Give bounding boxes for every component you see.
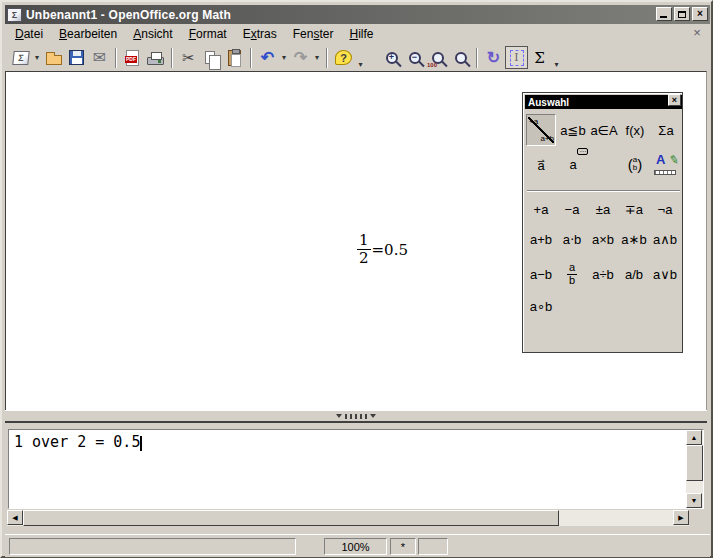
symbol-plusminus-a[interactable]: ±a: [588, 196, 618, 222]
scroll-right-button[interactable]: ▶: [673, 510, 689, 525]
misc-bubble-icon: a ⋯: [569, 157, 576, 172]
splitter-grip[interactable]: [336, 414, 376, 419]
symbol-a-times-b[interactable]: a×b: [588, 226, 618, 252]
menu-ansicht[interactable]: Ansicht: [125, 25, 180, 43]
menu-bearbeiten[interactable]: Bearbeiten: [51, 25, 125, 43]
category-set-operations[interactable]: a∈A: [589, 114, 619, 146]
symbol-plus-a[interactable]: +a: [526, 196, 556, 222]
copy-button[interactable]: [200, 46, 223, 69]
scissors-icon: ✂: [182, 50, 195, 65]
menu-extras[interactable]: Extras: [235, 25, 285, 43]
category-unary-binary-operators[interactable]: +a a+b: [526, 114, 556, 146]
document-close-button[interactable]: ×: [690, 26, 704, 40]
grip-bar: [355, 414, 357, 419]
paste-button[interactable]: [223, 46, 246, 69]
zoom-all-button[interactable]: [449, 46, 472, 69]
undo-button[interactable]: ↶: [256, 46, 279, 69]
category-functions[interactable]: f(x): [620, 114, 650, 146]
app-window: Σ Unbenannt1 - OpenOffice.org Math × Dat…: [0, 0, 713, 558]
text-cursor-icon: I: [510, 50, 524, 66]
chevron-down-icon: ▾: [554, 60, 558, 69]
horizontal-scrollbar[interactable]: ◀ ▶: [7, 510, 689, 526]
undo-arrow-icon: ↶: [261, 50, 274, 66]
title-bar[interactable]: Σ Unbenannt1 - OpenOffice.org Math ×: [5, 5, 710, 24]
palette-close-button[interactable]: ×: [668, 94, 681, 106]
symbol-a-circ-b[interactable]: a∘b: [526, 293, 556, 319]
update-refresh-icon: ↻: [487, 50, 500, 66]
vertical-scroll-thumb[interactable]: [686, 445, 703, 481]
export-pdf-button[interactable]: PDF: [121, 46, 144, 69]
email-envelope-icon: ✉: [93, 50, 106, 66]
symbol-minus-a[interactable]: −a: [557, 196, 587, 222]
category-others[interactable]: a ⋯: [558, 148, 588, 180]
rendered-formula: 1 2 =0.5: [357, 232, 408, 268]
symbol-neg-a[interactable]: ¬a: [650, 196, 680, 222]
scroll-down-button[interactable]: ▼: [686, 493, 702, 508]
frac-num: a: [567, 262, 577, 275]
help-button[interactable]: ?: [332, 46, 355, 69]
pdf-document-icon: PDF: [126, 50, 139, 66]
symbol-a-ast-b[interactable]: a∗b: [619, 226, 649, 252]
email-button[interactable]: ✉: [88, 46, 111, 69]
symbol-a-minus-b[interactable]: a−b: [526, 258, 556, 290]
category-brackets[interactable]: ( a b ): [620, 148, 650, 180]
vertical-scrollbar[interactable]: ▲ ▼: [686, 430, 703, 508]
zoom-in-button[interactable]: +: [380, 46, 403, 69]
update-button[interactable]: ↻: [482, 46, 505, 69]
grip-bar: [350, 414, 352, 419]
horizontal-scroll-thumb[interactable]: [23, 510, 559, 526]
menu-format[interactable]: Format: [181, 25, 235, 43]
minimize-button[interactable]: [656, 7, 672, 21]
formats-icon: A ✎: [654, 152, 678, 176]
open-button[interactable]: [42, 46, 65, 69]
cut-button[interactable]: ✂: [177, 46, 200, 69]
save-button[interactable]: [65, 46, 88, 69]
menu-hilfe[interactable]: Hilfe: [341, 25, 381, 43]
palette-title-bar[interactable]: Auswahl: [525, 95, 682, 109]
formula-cursor-toggle[interactable]: I: [505, 46, 528, 69]
toolbar-options-button-2[interactable]: ▾: [551, 47, 562, 69]
grip-bar: [345, 414, 347, 419]
toolbar-separator: [250, 48, 252, 68]
command-text-area[interactable]: 1 over 2 = 0.5 ▲ ▼: [8, 429, 704, 509]
menu-datei[interactable]: Datei: [7, 25, 51, 43]
symbols-button[interactable]: Σ: [528, 46, 551, 69]
category-relations[interactable]: a≦b: [558, 114, 588, 146]
print-button[interactable]: [144, 46, 167, 69]
symbol-a-plus-b[interactable]: a+b: [526, 226, 556, 252]
grip-triangle-icon: [370, 414, 376, 418]
scroll-up-button[interactable]: ▲: [686, 430, 702, 445]
redo-dropdown[interactable]: ▾: [312, 46, 322, 69]
new-dropdown[interactable]: ▾: [32, 46, 42, 69]
category-operators[interactable]: Σa: [651, 114, 681, 146]
symbol-a-over-b[interactable]: a b: [557, 258, 587, 290]
symbol-a-cdot-b[interactable]: a⋅b: [557, 226, 587, 252]
symbol-a-and-b[interactable]: a∧b: [650, 226, 680, 252]
undo-dropdown[interactable]: ▾: [279, 46, 289, 69]
app-icon: Σ: [7, 8, 22, 22]
redo-button[interactable]: ↷: [289, 46, 312, 69]
zoom-100-button[interactable]: 100: [426, 46, 449, 69]
close-button[interactable]: ×: [692, 7, 708, 21]
functions-icon: f(x): [626, 123, 645, 138]
symbol-a-div-b[interactable]: a÷b: [588, 258, 618, 290]
toolbar-separator: [115, 48, 117, 68]
symbol-minusplus-a[interactable]: ∓a: [619, 196, 649, 222]
chevron-down-icon: ▾: [280, 53, 289, 62]
symbol-a-or-b[interactable]: a∨b: [650, 258, 680, 290]
symbol-a-slash-b[interactable]: a/b: [619, 258, 649, 290]
window-splitter[interactable]: [5, 410, 707, 421]
grip-bar: [365, 414, 367, 419]
toolbar-options-button[interactable]: ▾: [355, 47, 366, 69]
new-button[interactable]: Σ: [9, 46, 32, 69]
zoom-out-button[interactable]: −: [403, 46, 426, 69]
category-formats[interactable]: A ✎: [651, 148, 681, 180]
category-attributes[interactable]: ⇀ a: [526, 148, 556, 180]
menu-fenster[interactable]: Fenster: [285, 25, 342, 43]
status-zoom-panel[interactable]: 100%: [324, 538, 387, 555]
operators-icon: Σa: [658, 123, 673, 138]
maximize-button[interactable]: [674, 7, 690, 21]
unary-label: +a: [529, 117, 538, 126]
fraction-numerator: 1: [357, 232, 371, 250]
scroll-left-button[interactable]: ◀: [7, 510, 23, 525]
